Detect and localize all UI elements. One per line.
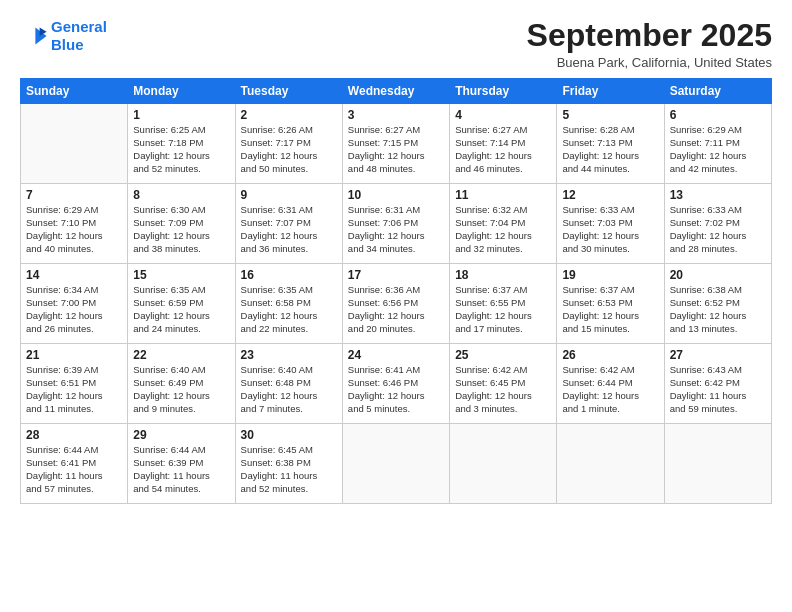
calendar-cell: 5Sunrise: 6:28 AM Sunset: 7:13 PM Daylig… (557, 104, 664, 184)
calendar-header: Sunday Monday Tuesday Wednesday Thursday… (21, 79, 772, 104)
month-title: September 2025 (527, 18, 772, 53)
calendar-cell: 9Sunrise: 6:31 AM Sunset: 7:07 PM Daylig… (235, 184, 342, 264)
th-friday: Friday (557, 79, 664, 104)
cell-content: Sunrise: 6:27 AM Sunset: 7:15 PM Dayligh… (348, 124, 444, 175)
th-monday: Monday (128, 79, 235, 104)
day-number: 21 (26, 348, 122, 362)
day-number: 24 (348, 348, 444, 362)
day-number: 13 (670, 188, 766, 202)
day-number: 16 (241, 268, 337, 282)
day-number: 23 (241, 348, 337, 362)
calendar-cell: 8Sunrise: 6:30 AM Sunset: 7:09 PM Daylig… (128, 184, 235, 264)
cell-content: Sunrise: 6:33 AM Sunset: 7:03 PM Dayligh… (562, 204, 658, 255)
calendar-cell: 1Sunrise: 6:25 AM Sunset: 7:18 PM Daylig… (128, 104, 235, 184)
calendar-cell: 30Sunrise: 6:45 AM Sunset: 6:38 PM Dayli… (235, 424, 342, 504)
calendar-cell (342, 424, 449, 504)
day-number: 17 (348, 268, 444, 282)
th-saturday: Saturday (664, 79, 771, 104)
calendar-cell: 29Sunrise: 6:44 AM Sunset: 6:39 PM Dayli… (128, 424, 235, 504)
calendar-cell (450, 424, 557, 504)
calendar-cell: 20Sunrise: 6:38 AM Sunset: 6:52 PM Dayli… (664, 264, 771, 344)
th-tuesday: Tuesday (235, 79, 342, 104)
logo-line2: Blue (51, 36, 84, 53)
logo-line1: General (51, 18, 107, 35)
calendar-cell: 17Sunrise: 6:36 AM Sunset: 6:56 PM Dayli… (342, 264, 449, 344)
day-number: 26 (562, 348, 658, 362)
th-sunday: Sunday (21, 79, 128, 104)
calendar-cell: 18Sunrise: 6:37 AM Sunset: 6:55 PM Dayli… (450, 264, 557, 344)
day-number: 30 (241, 428, 337, 442)
th-wednesday: Wednesday (342, 79, 449, 104)
calendar-cell: 22Sunrise: 6:40 AM Sunset: 6:49 PM Dayli… (128, 344, 235, 424)
header: General Blue September 2025 Buena Park, … (20, 18, 772, 70)
day-number: 5 (562, 108, 658, 122)
calendar-cell: 27Sunrise: 6:43 AM Sunset: 6:42 PM Dayli… (664, 344, 771, 424)
calendar-cell: 25Sunrise: 6:42 AM Sunset: 6:45 PM Dayli… (450, 344, 557, 424)
calendar-cell: 2Sunrise: 6:26 AM Sunset: 7:17 PM Daylig… (235, 104, 342, 184)
logo-icon (20, 22, 48, 50)
day-number: 28 (26, 428, 122, 442)
calendar-cell: 24Sunrise: 6:41 AM Sunset: 6:46 PM Dayli… (342, 344, 449, 424)
calendar-week-2: 7Sunrise: 6:29 AM Sunset: 7:10 PM Daylig… (21, 184, 772, 264)
day-number: 22 (133, 348, 229, 362)
calendar-week-4: 21Sunrise: 6:39 AM Sunset: 6:51 PM Dayli… (21, 344, 772, 424)
cell-content: Sunrise: 6:34 AM Sunset: 7:00 PM Dayligh… (26, 284, 122, 335)
day-number: 6 (670, 108, 766, 122)
title-block: September 2025 Buena Park, California, U… (527, 18, 772, 70)
calendar-cell: 23Sunrise: 6:40 AM Sunset: 6:48 PM Dayli… (235, 344, 342, 424)
cell-content: Sunrise: 6:35 AM Sunset: 6:59 PM Dayligh… (133, 284, 229, 335)
day-number: 7 (26, 188, 122, 202)
cell-content: Sunrise: 6:44 AM Sunset: 6:39 PM Dayligh… (133, 444, 229, 495)
calendar-body: 1Sunrise: 6:25 AM Sunset: 7:18 PM Daylig… (21, 104, 772, 504)
calendar-cell: 26Sunrise: 6:42 AM Sunset: 6:44 PM Dayli… (557, 344, 664, 424)
calendar-cell: 12Sunrise: 6:33 AM Sunset: 7:03 PM Dayli… (557, 184, 664, 264)
location-subtitle: Buena Park, California, United States (527, 55, 772, 70)
calendar-cell: 6Sunrise: 6:29 AM Sunset: 7:11 PM Daylig… (664, 104, 771, 184)
cell-content: Sunrise: 6:33 AM Sunset: 7:02 PM Dayligh… (670, 204, 766, 255)
day-number: 12 (562, 188, 658, 202)
calendar-table: Sunday Monday Tuesday Wednesday Thursday… (20, 78, 772, 504)
day-number: 19 (562, 268, 658, 282)
cell-content: Sunrise: 6:31 AM Sunset: 7:06 PM Dayligh… (348, 204, 444, 255)
page: General Blue September 2025 Buena Park, … (0, 0, 792, 612)
day-number: 3 (348, 108, 444, 122)
calendar-cell: 21Sunrise: 6:39 AM Sunset: 6:51 PM Dayli… (21, 344, 128, 424)
calendar-cell: 11Sunrise: 6:32 AM Sunset: 7:04 PM Dayli… (450, 184, 557, 264)
day-number: 18 (455, 268, 551, 282)
day-number: 11 (455, 188, 551, 202)
calendar-cell: 19Sunrise: 6:37 AM Sunset: 6:53 PM Dayli… (557, 264, 664, 344)
cell-content: Sunrise: 6:32 AM Sunset: 7:04 PM Dayligh… (455, 204, 551, 255)
calendar-cell: 15Sunrise: 6:35 AM Sunset: 6:59 PM Dayli… (128, 264, 235, 344)
calendar-cell: 13Sunrise: 6:33 AM Sunset: 7:02 PM Dayli… (664, 184, 771, 264)
cell-content: Sunrise: 6:36 AM Sunset: 6:56 PM Dayligh… (348, 284, 444, 335)
day-number: 4 (455, 108, 551, 122)
cell-content: Sunrise: 6:43 AM Sunset: 6:42 PM Dayligh… (670, 364, 766, 415)
calendar-week-1: 1Sunrise: 6:25 AM Sunset: 7:18 PM Daylig… (21, 104, 772, 184)
calendar-cell: 4Sunrise: 6:27 AM Sunset: 7:14 PM Daylig… (450, 104, 557, 184)
day-number: 25 (455, 348, 551, 362)
cell-content: Sunrise: 6:37 AM Sunset: 6:53 PM Dayligh… (562, 284, 658, 335)
day-number: 15 (133, 268, 229, 282)
calendar-cell: 10Sunrise: 6:31 AM Sunset: 7:06 PM Dayli… (342, 184, 449, 264)
cell-content: Sunrise: 6:37 AM Sunset: 6:55 PM Dayligh… (455, 284, 551, 335)
cell-content: Sunrise: 6:30 AM Sunset: 7:09 PM Dayligh… (133, 204, 229, 255)
day-number: 27 (670, 348, 766, 362)
cell-content: Sunrise: 6:44 AM Sunset: 6:41 PM Dayligh… (26, 444, 122, 495)
day-number: 29 (133, 428, 229, 442)
day-number: 2 (241, 108, 337, 122)
cell-content: Sunrise: 6:25 AM Sunset: 7:18 PM Dayligh… (133, 124, 229, 175)
calendar-cell: 28Sunrise: 6:44 AM Sunset: 6:41 PM Dayli… (21, 424, 128, 504)
cell-content: Sunrise: 6:41 AM Sunset: 6:46 PM Dayligh… (348, 364, 444, 415)
calendar-week-5: 28Sunrise: 6:44 AM Sunset: 6:41 PM Dayli… (21, 424, 772, 504)
calendar-cell: 7Sunrise: 6:29 AM Sunset: 7:10 PM Daylig… (21, 184, 128, 264)
cell-content: Sunrise: 6:28 AM Sunset: 7:13 PM Dayligh… (562, 124, 658, 175)
logo-text: General Blue (51, 18, 107, 54)
day-number: 14 (26, 268, 122, 282)
cell-content: Sunrise: 6:35 AM Sunset: 6:58 PM Dayligh… (241, 284, 337, 335)
calendar-cell (664, 424, 771, 504)
calendar-week-3: 14Sunrise: 6:34 AM Sunset: 7:00 PM Dayli… (21, 264, 772, 344)
logo: General Blue (20, 18, 107, 54)
header-row: Sunday Monday Tuesday Wednesday Thursday… (21, 79, 772, 104)
cell-content: Sunrise: 6:40 AM Sunset: 6:48 PM Dayligh… (241, 364, 337, 415)
day-number: 1 (133, 108, 229, 122)
